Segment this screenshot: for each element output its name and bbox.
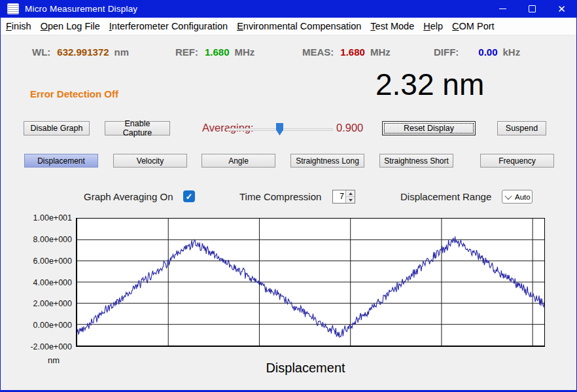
displacement-chart <box>76 218 545 347</box>
menu-com-port[interactable]: COM Port <box>447 21 498 31</box>
tab-angle[interactable]: Angle <box>201 154 275 168</box>
graph-averaging-label: Graph Averaging On <box>84 191 173 202</box>
chart-title: Displacement <box>76 361 535 376</box>
meas-label: MEAS: <box>302 46 334 58</box>
arrow-down-icon <box>349 199 353 202</box>
slider-thumb[interactable] <box>276 123 283 135</box>
time-compression-label: Time Compression <box>239 191 321 202</box>
displacement-range-dropdown[interactable]: Auto <box>502 190 533 204</box>
y-tick-label: -2.00e+000 <box>14 342 72 351</box>
ref-value: 1.680 <box>205 46 230 58</box>
arrow-up-icon <box>349 192 353 195</box>
time-compression-value[interactable]: 7 <box>333 190 345 203</box>
stepper-up-button[interactable] <box>346 190 355 197</box>
wavelength-readout: WL:632.991372nm <box>32 46 129 58</box>
measurement-value: 2.32 nm <box>376 67 484 102</box>
menu-test-mode[interactable]: Test Mode <box>366 21 419 31</box>
chart-canvas <box>77 219 544 346</box>
y-tick-label: 2.00e+000 <box>14 299 72 308</box>
meas-unit: MHz <box>370 46 391 58</box>
ref-unit: MHz <box>235 46 255 58</box>
menu-finish[interactable]: Finish <box>1 21 36 31</box>
averaging-slider[interactable] <box>226 123 333 135</box>
y-tick-label: 1.00e+001 <box>14 213 72 223</box>
tab-displacement[interactable]: Displacement <box>24 154 98 168</box>
stepper-down-button[interactable] <box>346 197 355 203</box>
maximize-button[interactable] <box>517 0 547 18</box>
maximize-icon <box>529 5 536 12</box>
graph-averaging-checkbox[interactable]: ✓ <box>183 190 195 202</box>
y-axis-tick-labels: 1.00e+0018.00e+0006.00e+0004.00e+0002.00… <box>14 218 72 347</box>
error-detection-status: Error Detection Off <box>30 88 118 99</box>
ref-frequency-readout: REF:1.680MHz <box>175 46 254 58</box>
menu-help[interactable]: Help <box>419 21 447 31</box>
menubar: Finish Open Log File Interferometer Conf… <box>1 18 576 35</box>
window-title: Micro Measurement Display <box>25 4 137 14</box>
displacement-range-label: Displacement Range <box>400 191 491 202</box>
menu-open-log-file[interactable]: Open Log File <box>36 21 105 31</box>
waveform-trace <box>77 236 544 337</box>
y-tick-label: 6.00e+000 <box>14 257 72 266</box>
menu-interferometer-configuration[interactable]: Interferometer Configuration <box>105 21 232 31</box>
meas-value: 1.680 <box>340 46 365 58</box>
averaging-value: 0.900 <box>336 122 363 134</box>
diff-value: 0.00 <box>478 46 497 58</box>
disable-graph-button[interactable]: Disable Graph <box>24 121 90 135</box>
menu-environmental-compensation[interactable]: Environmental Compensation <box>232 21 366 31</box>
tab-straightness-long[interactable]: Straightness Long <box>290 154 364 168</box>
suspend-button[interactable]: Suspend <box>497 121 546 135</box>
close-button[interactable]: ✕ <box>547 0 576 18</box>
diff-frequency-readout: DIFF:0.00kHz <box>434 46 520 58</box>
displacement-range-value: Auto <box>515 193 531 201</box>
enable-capture-button[interactable]: Enable Capture <box>105 121 170 135</box>
close-icon: ✕ <box>557 4 566 14</box>
wl-value: 632.991372 <box>57 46 109 58</box>
y-tick-label: 0.00e+000 <box>14 321 72 330</box>
ref-label: REF: <box>175 46 198 58</box>
tab-straightness-short[interactable]: Straightness Short <box>379 154 453 168</box>
chevron-down-icon <box>504 192 512 199</box>
reset-display-button[interactable]: Reset Display <box>382 121 476 135</box>
tab-frequency[interactable]: Frequency <box>480 154 554 168</box>
y-tick-label: 4.00e+000 <box>14 278 72 287</box>
diff-label: DIFF: <box>434 46 459 58</box>
app-icon <box>7 3 19 14</box>
time-compression-stepper[interactable]: 7 <box>332 190 355 204</box>
titlebar: Micro Measurement Display ✕ <box>1 0 576 18</box>
minimize-icon <box>499 9 506 9</box>
diff-unit: kHz <box>503 46 521 58</box>
wl-unit: nm <box>114 46 130 58</box>
meas-frequency-readout: MEAS:1.680MHz <box>302 46 391 58</box>
y-tick-label: 8.00e+000 <box>14 235 72 244</box>
tab-velocity[interactable]: Velocity <box>113 154 187 168</box>
y-axis-unit-label: nm <box>48 355 60 365</box>
minimize-button[interactable] <box>488 0 517 18</box>
check-icon: ✓ <box>186 192 193 202</box>
wl-label: WL: <box>32 46 50 58</box>
app-window: Micro Measurement Display ✕ Finish Open … <box>0 0 577 392</box>
stepper-buttons <box>345 190 355 203</box>
